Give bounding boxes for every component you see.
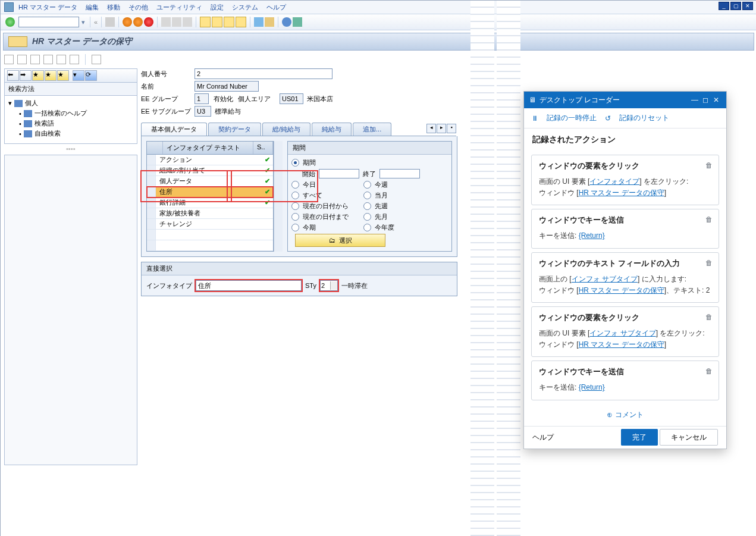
tab-left-icon[interactable]: ◂ [426,124,436,133]
recorder-close-icon[interactable]: ✕ [711,96,722,104]
minimize-icon[interactable]: _ [719,2,729,10]
menu-system[interactable]: システム [232,3,258,12]
radio-thisweek[interactable] [363,181,371,189]
help-icon[interactable] [282,17,291,27]
action-card[interactable]: 🗑ウィンドウでキーを送信キーを送信: {Return} [531,209,719,248]
input-infotype[interactable]: 住所 [196,280,302,291]
radio-totoday[interactable] [291,213,299,221]
radio-period[interactable] [291,159,299,167]
add-comment-button[interactable]: ⊕ コメント [524,404,726,426]
splitter[interactable]: ▪▪▪▪ [4,145,137,152]
trash-icon[interactable]: 🗑 [705,367,713,375]
recorder-minimize-icon[interactable]: — [689,96,700,104]
input-start[interactable] [319,169,359,178]
tree-root[interactable]: ▾ 個人 [8,98,133,108]
nav-prev-icon[interactable]: ⬅ [7,70,19,81]
menu-hr[interactable]: HR マスター データ [18,3,77,12]
dropdown-icon[interactable]: ▾ [81,18,85,26]
trash-icon[interactable]: 🗑 [705,259,713,267]
enter-icon[interactable] [5,17,15,27]
save-icon[interactable] [105,17,115,27]
tree-item[interactable]: • 自由検索 [19,128,133,139]
action-card[interactable]: 🗑ウィンドウの要素をクリック画面の UI 要素 [インフォ サブタイプ] を左ク… [531,306,719,357]
cancel-button[interactable]: キャンセル [660,429,718,446]
nav-fav-icon[interactable]: ★ [32,70,44,81]
help-link[interactable]: ヘルプ [532,432,554,443]
tab-grossnet[interactable]: 総/純給与 [262,123,310,136]
display-icon[interactable] [30,55,40,64]
firstpage-icon[interactable] [200,17,211,27]
menu-settings[interactable]: 設定 [211,3,224,12]
findnext-icon[interactable] [183,17,192,27]
select-button[interactable]: 🗂選択 [295,234,385,247]
nav-fav3-icon[interactable]: ★ [57,70,69,81]
reset-button[interactable]: 記録のリセット [619,113,669,123]
reset-icon[interactable]: ↺ [605,114,611,123]
radio-curyr[interactable] [363,224,371,231]
radio-lastweek[interactable] [363,202,371,210]
maximize-icon[interactable]: ▢ [730,2,741,10]
recorder-maximize-icon[interactable]: ◻ [700,96,711,104]
col-infotype[interactable]: インフォタイプ テキスト [163,142,253,154]
radio-thismonth[interactable] [363,192,371,199]
radio-fromtoday[interactable] [291,202,299,210]
trash-icon[interactable]: 🗑 [705,313,713,321]
infotype-row[interactable]: アクション✔ [147,155,273,165]
col-status[interactable]: S.. [253,142,273,154]
infotype-row[interactable]: チャレンジ [147,219,273,230]
print-icon[interactable] [161,17,171,27]
tree-item[interactable]: • 検索語 [19,118,133,128]
done-button[interactable]: 完了 [621,429,658,446]
command-field[interactable] [18,17,79,27]
tab-net[interactable]: 純給与 [312,123,352,136]
tab-contract[interactable]: 契約データ [208,123,261,136]
newsession-icon[interactable] [254,17,263,27]
tab-list-icon[interactable]: ▪ [447,124,456,133]
trash-icon[interactable]: 🗑 [705,161,713,170]
prevpage-icon[interactable] [212,17,222,27]
back-icon[interactable]: « [94,18,98,26]
tab-more[interactable]: 追加... [353,123,391,136]
pause-button[interactable]: 記録の一時停止 [547,113,597,123]
action-card[interactable]: 🗑ウィンドウの要素をクリック画面の UI 要素 [インフォタイプ] を左クリック… [531,155,719,205]
menu-other[interactable]: その他 [128,3,148,12]
f4-icon[interactable] [330,281,337,290]
nav-expand-icon[interactable]: ▾ [73,70,84,81]
menu-help[interactable]: ヘルプ [266,3,286,12]
radio-curper[interactable] [291,224,299,231]
tab-basic[interactable]: 基本個人データ [141,123,207,136]
lastpage-icon[interactable] [236,17,246,27]
layout-icon[interactable] [293,17,302,27]
shortcut-icon[interactable] [265,17,274,27]
delete-icon[interactable] [70,55,79,64]
action-card[interactable]: 🗑ウィンドウのテキスト フィールドの入力画面上の [インフォ サブタイプ] に入… [531,252,719,303]
menu-goto[interactable]: 移動 [107,3,120,12]
delimit-icon[interactable] [57,55,66,64]
input-end[interactable] [379,169,420,178]
nav-refresh-icon[interactable]: ⟳ [85,70,97,81]
change-icon[interactable] [17,55,27,64]
exit-icon[interactable] [133,17,143,27]
create-icon[interactable] [4,55,14,64]
find-icon[interactable] [172,17,181,27]
input-pernr[interactable]: 2 [195,68,332,79]
tree-item[interactable]: • 一括検索のヘルプ [19,108,133,118]
close-icon[interactable]: ✕ [742,2,753,10]
copy-icon[interactable] [43,55,53,64]
cancel-icon[interactable] [144,17,153,27]
trash-icon[interactable]: 🗑 [705,215,713,224]
pause-icon[interactable]: ⏸ [531,114,538,123]
back-sap-icon[interactable] [123,17,132,27]
infotype-row[interactable]: 家族/被扶養者 [147,208,273,219]
radio-lastmonth[interactable] [363,213,371,221]
nav-next-icon[interactable]: ➡ [20,70,32,81]
nav-fav2-icon[interactable]: ★ [45,70,57,81]
menu-util[interactable]: ユーティリティ [156,3,202,12]
menu-edit[interactable]: 編集 [86,3,99,12]
nextpage-icon[interactable] [224,17,234,27]
tab-right-icon[interactable]: ▸ [437,124,446,133]
overview-icon[interactable] [92,55,101,64]
action-card[interactable]: 🗑ウィンドウでキーを送信キーを送信: {Return} [531,361,719,400]
input-sty[interactable] [320,280,338,291]
recorder-titlebar: 🖥 デスクトップ レコーダー — ◻ ✕ [524,92,726,108]
